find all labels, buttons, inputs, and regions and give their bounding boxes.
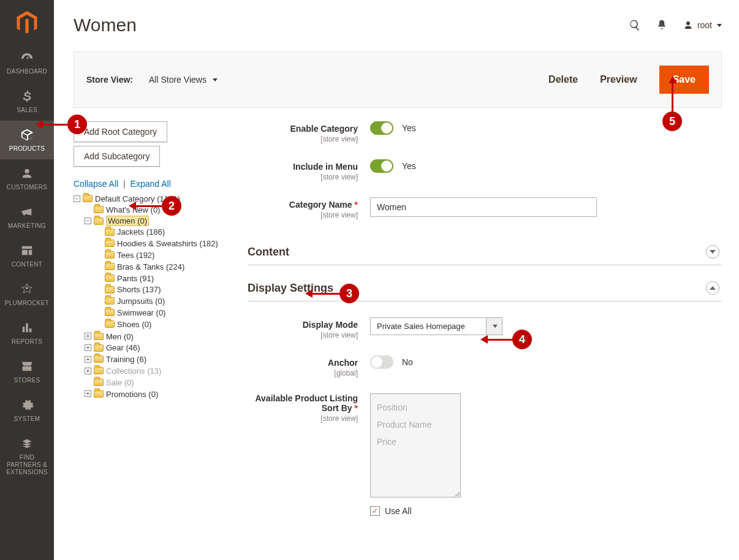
section-content[interactable]: Content	[248, 235, 722, 265]
tree-node[interactable]: +Training (6)	[85, 353, 233, 365]
dollar-icon	[20, 89, 34, 103]
nav-stores[interactable]: STORES	[0, 352, 54, 391]
arrow-icon	[669, 76, 677, 83]
user-menu[interactable]: root	[683, 20, 722, 31]
tree-node[interactable]: −Default Category (1181) What's New (0) …	[74, 192, 233, 399]
add-root-category-button[interactable]: Add Root Category	[74, 121, 167, 142]
arrow-icon	[36, 120, 43, 129]
partners-icon	[20, 437, 34, 450]
tree-node[interactable]: Bras & Tanks (224)	[96, 260, 233, 272]
add-subcategory-button[interactable]: Add Subcategory	[74, 146, 160, 167]
folder-icon	[105, 229, 115, 236]
folder-icon	[105, 309, 115, 316]
nav-system[interactable]: SYSTEM	[0, 391, 54, 429]
tree-node[interactable]: Shoes (0)	[96, 318, 233, 330]
sort-by-multiselect[interactable]: Position Product Name Price	[370, 393, 461, 498]
tree-expand-links: Collapse All | Expand All	[74, 179, 233, 189]
store-view-switcher[interactable]: All Store Views	[149, 75, 218, 85]
tree-collapse-icon[interactable]: −	[74, 195, 80, 202]
gear-icon	[20, 398, 34, 412]
category-tree-panel: Add Root Category Add Subcategory Collap…	[74, 121, 233, 399]
tree-expand-icon[interactable]: +	[85, 344, 91, 351]
toggle-value: Yes	[402, 123, 416, 133]
tree-label: Swimwear (0)	[117, 308, 165, 317]
tree-node[interactable]: Pants (91)	[96, 272, 233, 284]
category-tree: −Default Category (1181) What's New (0) …	[74, 192, 233, 399]
category-form: Enable Category [store view] Yes Include…	[248, 121, 722, 532]
annotation-3: 3	[339, 284, 359, 303]
tree-expand-icon[interactable]: +	[85, 333, 91, 339]
store-view-label: Store View:	[86, 75, 133, 85]
user-icon	[683, 20, 694, 31]
nav-label: MARKETING	[2, 222, 51, 229]
display-mode-select[interactable]: Private Sales Homepage	[370, 317, 502, 335]
section-title: Content	[248, 246, 289, 259]
folder-icon	[105, 320, 115, 328]
nav-marketing[interactable]: MARKETING	[0, 198, 54, 236]
field-sort-by: Available Product Listing Sort By* [stor…	[248, 393, 722, 516]
chevron-down-icon	[710, 250, 716, 254]
collapse-all-link[interactable]: Collapse All	[74, 179, 118, 189]
delete-button[interactable]: Delete	[548, 74, 578, 85]
category-name-input[interactable]	[370, 197, 597, 217]
tree-expand-icon[interactable]: +	[85, 368, 91, 374]
tree-node[interactable]: +Men (0)	[85, 330, 233, 342]
folder-icon	[94, 218, 104, 225]
tree-node-women[interactable]: −Women (0) Jackets (186) Hoodies & Sweat…	[85, 215, 233, 330]
tree-collapse-icon[interactable]: −	[85, 218, 91, 224]
field-scope: [global]	[248, 369, 358, 377]
nav-customers[interactable]: CUSTOMERS	[0, 159, 54, 198]
tree-node[interactable]: +Promotions (0)	[85, 388, 233, 399]
magento-logo-icon	[17, 11, 37, 34]
folder-icon	[94, 333, 104, 340]
tree-node[interactable]: Swimwear (0)	[96, 306, 233, 318]
nav-dashboard[interactable]: DASHBOARD	[0, 44, 54, 82]
tree-expand-icon[interactable]: +	[85, 356, 91, 363]
tree-label: Shoes (0)	[117, 320, 151, 329]
nav-content[interactable]: CONTENT	[0, 236, 54, 275]
tree-node[interactable]: Jackets (186)	[96, 225, 233, 237]
tree-node[interactable]: +Collections (13)	[85, 365, 233, 376]
folder-icon	[105, 297, 115, 305]
search-icon[interactable]	[629, 19, 641, 31]
tree-label: Training (6)	[106, 355, 146, 364]
nav-partners[interactable]: FIND PARTNERS & EXTENSIONS	[0, 429, 54, 483]
tree-node[interactable]: Shorts (137)	[96, 283, 233, 295]
folder-icon	[105, 240, 115, 247]
chevron-up-icon	[710, 286, 716, 290]
section-display-settings[interactable]: Display Settings	[248, 271, 722, 301]
tree-node[interactable]: Jumpsuits (0)	[96, 295, 233, 306]
field-scope: [store view]	[248, 173, 358, 181]
folder-icon	[83, 195, 93, 202]
list-item[interactable]: Position	[377, 399, 454, 416]
nav-sales[interactable]: SALES	[0, 82, 54, 121]
nav-label: STORES	[2, 377, 51, 384]
expand-all-link[interactable]: Expand All	[131, 179, 171, 189]
list-item[interactable]: Price	[377, 433, 454, 450]
nav-products[interactable]: PRODUCTS	[0, 121, 54, 159]
field-enable-category: Enable Category [store view] Yes	[248, 121, 722, 143]
save-button[interactable]: Save	[659, 66, 709, 94]
preview-button[interactable]: Preview	[600, 74, 637, 85]
include-menu-toggle[interactable]	[370, 159, 393, 173]
nav-plumrocket[interactable]: PLUMROCKET	[0, 275, 54, 314]
bell-icon[interactable]	[656, 19, 668, 31]
tree-label: Promotions (0)	[106, 389, 158, 398]
section-collapse-icon	[706, 281, 719, 295]
field-category-name: Category Name* [store view]	[248, 197, 722, 219]
list-item[interactable]: Product Name	[377, 416, 454, 433]
tree-label: Jumpsuits (0)	[117, 297, 165, 306]
tree-label: Gear (46)	[106, 343, 140, 352]
field-label-text: Category Name	[289, 200, 352, 210]
tree-node[interactable]: Sale (0)	[85, 376, 233, 388]
nav-reports[interactable]: REPORTS	[0, 314, 54, 352]
arrow-icon	[129, 202, 136, 210]
anchor-toggle[interactable]	[370, 355, 393, 369]
enable-category-toggle[interactable]	[370, 121, 393, 135]
tree-node[interactable]: Tees (192)	[96, 249, 233, 260]
use-all-checkbox[interactable]: ✓	[370, 506, 380, 516]
tree-node[interactable]: Hoodies & Sweatshirts (182)	[96, 237, 233, 249]
tree-node[interactable]: +Gear (46)	[85, 341, 233, 353]
admin-sidebar: DASHBOARD SALES PRODUCTS CUSTOMERS MARKE…	[0, 0, 54, 556]
tree-expand-icon[interactable]: +	[85, 390, 91, 397]
